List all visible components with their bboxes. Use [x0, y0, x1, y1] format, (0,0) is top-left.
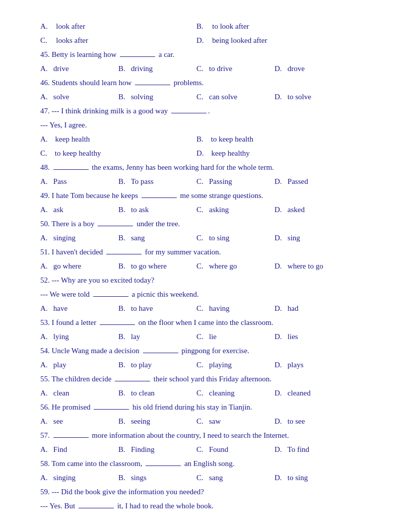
top-options-row2: C. looks after D. being looked after [40, 34, 371, 46]
exam-content: A. look after B. to look after C. looks … [40, 20, 371, 512]
question-47-options-row1: A. keep health B. to keep health [40, 133, 371, 145]
question-52-line2: --- We were told a picnic this weekend. [40, 288, 371, 300]
question-57-options: A. Find B. Finding C. Found D. To find [40, 443, 371, 455]
question-58: 58. Tom came into the classroom, an Engl… [40, 457, 371, 470]
opt-53b: B. lay [118, 330, 196, 343]
option-a: A. look after [40, 20, 196, 32]
opt-49c: C. asking [196, 204, 275, 216]
question-55-options: A. clean B. to clean C. cleaning D. clea… [40, 387, 371, 399]
opt-50d: D. sing [275, 232, 325, 244]
opt-51d: D. where to go [275, 260, 325, 272]
question-47-options-row2: C. to keep healthy D. keep healthy [40, 147, 371, 159]
opt-46b: B. solving [118, 91, 196, 103]
question-51: 51. I haven't decided for my summer vaca… [40, 246, 371, 258]
opt-45d: D. drove [275, 62, 325, 75]
opt-46c: C. can solve [196, 91, 275, 103]
opt-49b: B. to ask [118, 204, 196, 216]
option-d: D. being looked after [196, 34, 353, 46]
opt-57b: B. Finding [118, 443, 196, 455]
opt-55d: D. cleaned [275, 387, 325, 399]
question-49: 49. I hate Tom because he keeps me some … [40, 189, 371, 202]
opt-57d: D. To find [275, 443, 325, 455]
opt-49d: D. asked [275, 204, 325, 216]
question-45: 45. Betty is learning how a car. [40, 48, 371, 60]
opt-54a: A. play [40, 359, 118, 371]
opt-53d: D. lies [275, 330, 325, 343]
opt-53c: C. lie [196, 330, 275, 343]
opt-58a: A. singing [40, 472, 118, 484]
opt-56d: D. to see [275, 415, 325, 427]
opt-54b: B. to play [118, 359, 196, 371]
question-50-options: A. singing B. sang C. to sing D. sing [40, 232, 371, 244]
question-53: 53. I found a letter on the floor when I… [40, 316, 371, 328]
top-options-row1: A. look after B. to look after [40, 20, 371, 32]
opt-54d: D. plays [275, 359, 325, 371]
opt-56c: C. saw [196, 415, 275, 427]
question-56-options: A. see B. seeing C. saw D. to see [40, 415, 371, 427]
question-47-sub: --- Yes, I agree. [40, 119, 371, 131]
opt-51b: B. to go where [118, 260, 196, 272]
opt-49a: A. ask [40, 204, 118, 216]
opt-55b: B. to clean [118, 387, 196, 399]
question-58-options: A. singing B. sings C. sang D. to sing [40, 472, 371, 484]
question-54-options: A. play B. to play C. playing D. plays [40, 359, 371, 371]
opt-52b: B. to have [118, 302, 196, 314]
option-b: B. to look after [196, 20, 353, 32]
opt-57a: A. Find [40, 443, 118, 455]
opt-52a: A. have [40, 302, 118, 314]
opt-46a: A. solve [40, 91, 118, 103]
question-54: 54. Uncle Wang made a decision pingpong … [40, 345, 371, 357]
question-46: 46. Students should learn how problems. [40, 77, 371, 89]
question-48: 48. the exams, Jenny has been working ha… [40, 161, 371, 173]
question-49-options: A. ask B. to ask C. asking D. asked [40, 204, 371, 216]
question-48-options: A. Pass B. To pass C. Passing D. Passed [40, 175, 371, 187]
question-59-line1: 59. --- Did the book give the informatio… [40, 486, 371, 498]
opt-45b: B. driving [118, 62, 196, 75]
opt-58b: B. sings [118, 472, 196, 484]
opt-48c: C. Passing [196, 175, 275, 187]
opt-56a: A. see [40, 415, 118, 427]
question-56: 56. He promised his old friend during hi… [40, 401, 371, 413]
opt-55c: C. cleaning [196, 387, 275, 399]
opt-47b: B. to keep health [196, 133, 353, 145]
question-59-line2: --- Yes. But it, I had to read the whole… [40, 500, 371, 512]
question-46-options: A. solve B. solving C. can solve D. to s… [40, 91, 371, 103]
opt-48d: D. Passed [275, 175, 325, 187]
opt-52d: D. had [275, 302, 325, 314]
opt-48a: A. Pass [40, 175, 118, 187]
question-57: 57. more information about the country, … [40, 429, 371, 441]
opt-50b: B. sang [118, 232, 196, 244]
opt-58d: D. to sing [275, 472, 325, 484]
opt-55a: A. clean [40, 387, 118, 399]
opt-58c: C. sang [196, 472, 275, 484]
question-52-line1: 52. --- Why are you so excited today? [40, 274, 371, 286]
opt-54c: C. playing [196, 359, 275, 371]
opt-47c: C. to keep healthy [40, 147, 196, 159]
question-51-options: A. go where B. to go where C. where go D… [40, 260, 371, 272]
opt-45c: C. to drive [196, 62, 275, 75]
opt-50c: C. to sing [196, 232, 275, 244]
question-52-options: A. have B. to have C. having D. had [40, 302, 371, 314]
question-47: 47. --- I think drinking milk is a good … [40, 105, 371, 117]
opt-47a: A. keep health [40, 133, 196, 145]
opt-52c: C. having [196, 302, 275, 314]
question-53-options: A. lying B. lay C. lie D. lies [40, 330, 371, 343]
opt-47d: D. keep healthy [196, 147, 353, 159]
opt-56b: B. seeing [118, 415, 196, 427]
opt-50a: A. singing [40, 232, 118, 244]
question-50: 50. There is a boy under the tree. [40, 218, 371, 230]
opt-51a: A. go where [40, 260, 118, 272]
opt-45a: A. drive [40, 62, 118, 75]
opt-46d: D. to solve [275, 91, 325, 103]
question-55: 55. The children decide their school yar… [40, 373, 371, 385]
question-45-options: A. drive B. driving C. to drive D. drove [40, 62, 371, 75]
opt-57c: C. Found [196, 443, 275, 455]
opt-53a: A. lying [40, 330, 118, 343]
option-c: C. looks after [40, 34, 196, 46]
opt-51c: C. where go [196, 260, 275, 272]
opt-48b: B. To pass [118, 175, 196, 187]
